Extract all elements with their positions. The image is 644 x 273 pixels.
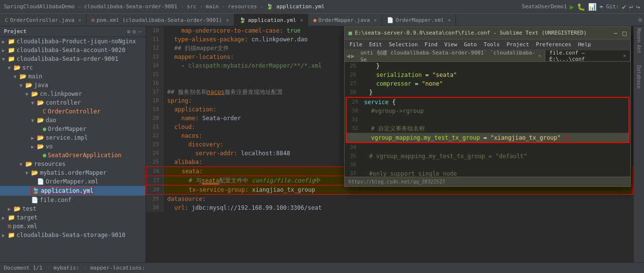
tree-item-ordermapper[interactable]: ▶ ● OrderMapper: [0, 125, 145, 133]
right-sidebar: Maven Ant Database: [633, 26, 644, 262]
tree-item-storage[interactable]: ▶ 📁 cloudalibaba-Seata-storage-9010: [0, 231, 145, 239]
ant-label[interactable]: Ant: [636, 45, 642, 54]
tab-ordercontroller[interactable]: C OrderController.java ×: [0, 14, 87, 26]
tree-item-src[interactable]: ▼ 📂 src: [0, 63, 145, 72]
close-icon[interactable]: ×: [374, 18, 377, 23]
menu-edit[interactable]: Edit: [366, 40, 385, 49]
tree-item-serviceimpl[interactable]: ▶ 📂 service.impl: [0, 133, 145, 142]
collapse-arrow: ▶: [2, 215, 8, 220]
collapse-arrow: ▼: [2, 56, 8, 62]
tab-ordermapper-xml[interactable]: 📄 OrderMapper.xml ×: [382, 14, 456, 26]
tab-pomxml[interactable]: m pom.xml (cloudalibaba-Seata-order-9001…: [87, 14, 234, 26]
menu-project[interactable]: Project: [504, 40, 532, 49]
csdn-link: https://blog.csdn.net/qq_38322527: [348, 179, 445, 184]
project-name: cloudalibaba-Seata-order-9001: [84, 3, 177, 10]
sublime-titlebar: ■ E:\seata-server-0.9.0\seata\conf\file.…: [345, 27, 630, 39]
add-icon[interactable]: ⊕: [127, 28, 130, 35]
check-icon: ✔: [622, 3, 626, 11]
close-icon[interactable]: ×: [538, 53, 541, 58]
close-icon[interactable]: ×: [623, 53, 626, 58]
menu-file[interactable]: File: [347, 40, 366, 49]
collapse-arrow: ▶: [31, 144, 37, 149]
undo-icon[interactable]: ↩: [629, 3, 633, 11]
folder-icon: 📂: [14, 205, 21, 212]
pom-icon: m: [8, 223, 11, 230]
s-line-26: 26 serialization = "seata": [345, 71, 630, 79]
s-line-28: 28 }: [345, 88, 630, 97]
app-title: SpringCloudAlibabaDemo: [4, 3, 75, 10]
spacer: ▶: [37, 153, 43, 158]
close-sidebar-icon[interactable]: −: [138, 28, 141, 35]
menu-find[interactable]: Find: [422, 40, 441, 49]
tab-applicationyml[interactable]: 🍃 application.yml ×: [234, 14, 308, 26]
git-label: Git:: [606, 3, 619, 10]
tree-label: cloudalibaba-Seata-account-9020: [17, 47, 125, 54]
s-line-30: 30 #vgroup->rgroup: [347, 107, 628, 115]
tree-item-vo[interactable]: ▶ 📂 vo: [0, 142, 145, 151]
close-icon[interactable]: ×: [78, 18, 81, 23]
menu-selection[interactable]: Selection: [386, 40, 421, 49]
redo-icon[interactable]: ↪: [636, 3, 640, 11]
tree-item-ordermapperxml[interactable]: ▶ 📄 OrderMapper.xml: [0, 177, 145, 186]
maximize-button[interactable]: □: [623, 29, 627, 37]
coverage-icon[interactable]: ☂: [599, 3, 603, 11]
maven-label[interactable]: Maven: [636, 28, 642, 43]
tree-item-account[interactable]: ▶ 📁 cloudalibaba-Seata-account-9020: [0, 46, 145, 55]
s-line-29: 29 service {: [347, 98, 628, 107]
tree-item-test[interactable]: ▶ 📂 test: [0, 204, 145, 213]
sublime-tab-unti[interactable]: unti 创建 cloudalibaba-Seata-order-9001` `…: [356, 50, 545, 61]
forward-button[interactable]: ▶: [351, 53, 354, 59]
run-config-label: SeataUserDemo1: [522, 3, 567, 10]
tree-label: dao: [46, 117, 56, 124]
tree-item-seataapp[interactable]: ▶ ● SeataOrserApplication: [0, 151, 145, 160]
sublime-code-area[interactable]: 25 } 26 serialization = "seata" 27 compr…: [345, 62, 630, 177]
settings-icon[interactable]: ⚙: [133, 28, 136, 35]
profile-icon[interactable]: 📊: [588, 3, 596, 11]
tree-item-product[interactable]: ▶ 📁 cloudalibaba-Product-jiqun-noNginx: [0, 37, 145, 46]
tree-item-pom[interactable]: ▶ m pom.xml: [0, 222, 145, 231]
tree-item-controller[interactable]: ▼ 📂 controller: [0, 98, 145, 107]
tree-item-main[interactable]: ▼ 📂 main: [0, 72, 145, 81]
tree-item-target[interactable]: ▶ 📁 target: [0, 213, 145, 222]
debug-icon[interactable]: 🐛: [577, 3, 585, 11]
folder-icon: 📂: [19, 73, 27, 80]
s-line-25: 25 }: [345, 62, 630, 71]
close-icon[interactable]: ×: [226, 18, 229, 23]
tree-item-applicationyml[interactable]: ▶ 🍃 application.yml: [0, 186, 145, 196]
collapse-arrow: ▼: [19, 162, 25, 167]
tree-item-java[interactable]: ▼ 📂 java: [0, 81, 145, 90]
close-icon[interactable]: ×: [448, 18, 451, 23]
folder-icon: 📁: [8, 232, 15, 238]
play-icon[interactable]: ▶: [570, 3, 574, 11]
collapse-arrow: ▶: [2, 233, 8, 238]
tree-item-order-root[interactable]: ▼ 📁 cloudalibaba-Seata-order-9001: [0, 55, 145, 63]
java-icon: C: [5, 17, 8, 23]
java-file-icon: ●: [43, 152, 46, 159]
menu-tools[interactable]: Tools: [481, 40, 503, 49]
menu-preferences[interactable]: Preferences: [533, 40, 574, 49]
folder-icon: 📂: [14, 64, 21, 71]
menu-help[interactable]: Help: [575, 40, 594, 49]
tab-label: pom.xml (cloudalibaba-Seata-order-9001): [97, 17, 222, 23]
sublime-tab-fileconf[interactable]: file.conf — E:\...\conf ×: [545, 50, 630, 61]
menu-goto[interactable]: Goto: [461, 40, 480, 49]
sublime-app-icon: ■: [348, 30, 352, 36]
tree-label: pom.xml: [13, 223, 37, 230]
tree-label: java: [34, 82, 48, 89]
tree-item-resources[interactable]: ▼ 📂 resources: [0, 160, 145, 168]
tree-item-ordercontroller[interactable]: ▶ C OrderController: [0, 107, 145, 116]
tab-ordermapper-java[interactable]: ● OrderMapper.java ×: [308, 14, 382, 26]
close-icon[interactable]: ×: [300, 18, 303, 23]
tree-label: service.impl: [46, 134, 88, 141]
back-button[interactable]: ◀: [347, 53, 350, 59]
tree-item-fileconf[interactable]: ▶ 📄 file.conf: [0, 196, 145, 204]
folder-icon: 📂: [31, 169, 38, 176]
database-label[interactable]: Database: [636, 65, 642, 89]
menu-view[interactable]: View: [441, 40, 460, 49]
xml-icon: 📄: [387, 17, 394, 23]
breadcrumb-src: src: [187, 3, 196, 10]
tree-item-dao[interactable]: ▼ 📂 dao: [0, 116, 145, 125]
minimize-button[interactable]: −: [613, 29, 617, 37]
tree-item-cnlinkpower[interactable]: ▼ 📂 cn.linkpower: [0, 90, 145, 98]
tree-item-mybatis[interactable]: ▼ 📂 mybatis.orderMapper: [0, 168, 145, 177]
